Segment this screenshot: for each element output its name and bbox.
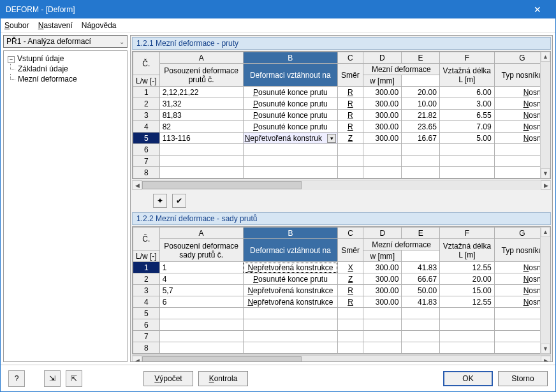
cell-dir[interactable] (338, 308, 363, 319)
cell-f[interactable] (440, 331, 495, 342)
vscroll[interactable]: ▲▼ (540, 52, 550, 178)
close-icon[interactable]: ✕ (525, 4, 550, 15)
hdr-D-sub[interactable]: L/w [-] (133, 75, 160, 87)
cell-members[interactable]: 82 (159, 121, 243, 133)
cell-members[interactable]: 5,7 (159, 285, 243, 296)
cell-e[interactable] (402, 331, 440, 342)
cell-d[interactable]: 300.00 (363, 87, 402, 98)
menu-file[interactable]: Soubor (4, 21, 29, 30)
hdr-A[interactable]: A (159, 52, 243, 64)
cell-dir[interactable]: Z (338, 273, 363, 285)
cell-f[interactable]: 6.00 (439, 87, 494, 98)
cell-dir[interactable]: R (338, 98, 363, 110)
help-button[interactable]: ? (8, 370, 25, 387)
row-header[interactable]: 2 (133, 98, 160, 110)
cell-e[interactable] (402, 144, 440, 156)
cell-f[interactable]: 15.00 (440, 285, 495, 296)
row-header[interactable]: 7 (133, 156, 160, 167)
cell-relate[interactable] (243, 156, 337, 167)
pick-button[interactable]: ✦ (153, 194, 167, 208)
dropdown-list[interactable]: Posunuté konce prutuNepřetvořená konstru… (244, 143, 337, 144)
cell-f[interactable] (439, 144, 494, 156)
cell-dir[interactable] (338, 331, 363, 342)
cell-d[interactable] (363, 319, 402, 331)
cell-dir[interactable]: X (338, 262, 363, 273)
validate-button[interactable]: ✔ (172, 194, 186, 208)
menu-help[interactable]: Nápověda (82, 21, 117, 30)
menu-settings[interactable]: Nastavení (38, 21, 73, 30)
cell-dir[interactable]: R (338, 87, 363, 98)
hscroll2[interactable]: ◀▶ (132, 355, 551, 362)
cell-d[interactable]: 300.00 (363, 262, 402, 273)
cell-relate[interactable] (243, 167, 337, 178)
cell-relate[interactable]: Posunuté konce prutu (243, 87, 337, 98)
cell-members[interactable]: 81,83 (159, 110, 243, 121)
cell-e[interactable] (402, 308, 440, 319)
cell-members[interactable]: 113-116 (159, 133, 243, 144)
cell-e[interactable]: 66.67 (402, 273, 440, 285)
cell-members[interactable] (159, 319, 243, 331)
cell-d[interactable]: 300.00 (363, 133, 402, 144)
cell-relate[interactable] (243, 319, 338, 331)
cell-d[interactable] (363, 156, 402, 167)
row-header[interactable]: 2 (133, 273, 160, 285)
row-header[interactable]: 3 (133, 110, 160, 121)
cell-relate[interactable]: Nepřetvořená konstrukce (243, 296, 338, 308)
cell-f[interactable]: 5.00 (439, 133, 494, 144)
cell-members[interactable] (159, 331, 243, 342)
cell-f[interactable]: 12.55 (440, 296, 495, 308)
cell-relate[interactable] (243, 308, 338, 319)
cell-e[interactable] (402, 319, 440, 331)
cell-e[interactable]: 41.83 (402, 296, 440, 308)
cell-e[interactable]: 20.00 (402, 87, 440, 98)
cell-d[interactable]: 300.00 (363, 98, 402, 110)
cell-d[interactable]: 300.00 (363, 285, 402, 296)
row-header[interactable]: 4 (133, 296, 160, 308)
collapse-icon[interactable]: − (8, 56, 15, 63)
cell-f[interactable] (440, 319, 495, 331)
cell-relate[interactable]: Posunuté konce prutu (243, 98, 337, 110)
row-header[interactable]: 1 (133, 87, 160, 98)
hdr-B[interactable]: B (243, 52, 337, 64)
cell-relate[interactable]: Posunuté konce prutu (243, 121, 337, 133)
ok-button[interactable]: OK (443, 371, 493, 386)
cell-dir[interactable] (338, 167, 363, 178)
cell-f[interactable] (439, 156, 494, 167)
hdr-num[interactable]: Č. (133, 52, 160, 75)
cell-d[interactable]: 300.00 (363, 121, 402, 133)
cell-e[interactable] (402, 342, 440, 354)
cell-dir[interactable]: R (338, 110, 363, 121)
row-header[interactable]: 4 (133, 121, 160, 133)
cancel-button[interactable]: Storno (498, 371, 548, 386)
cell-f[interactable] (440, 342, 495, 354)
row-header[interactable]: 1 (133, 262, 160, 273)
cell-relate[interactable] (243, 342, 338, 354)
cell-d[interactable] (363, 144, 402, 156)
row-header[interactable]: 6 (133, 144, 160, 156)
hdr-dir[interactable]: Směr (338, 64, 363, 87)
cell-dir[interactable] (338, 156, 363, 167)
hdr-D[interactable]: D (363, 52, 402, 64)
tree-item-basic[interactable]: Základní údaje (4, 64, 127, 74)
cell-relate[interactable]: Nepřetvořená konstrukce (243, 262, 338, 273)
cell-dir[interactable]: Z (338, 133, 363, 144)
cell-e[interactable] (402, 156, 440, 167)
cell-f[interactable]: 3.00 (439, 98, 494, 110)
cell-relate[interactable]: Posunuté konce prutu (243, 110, 337, 121)
cell-f[interactable]: 7.09 (439, 121, 494, 133)
cell-d[interactable]: 300.00 (363, 296, 402, 308)
cell-d[interactable] (363, 308, 402, 319)
cell-f[interactable] (439, 167, 494, 178)
export-button[interactable]: ⇲ (44, 370, 61, 387)
cell-e[interactable]: 21.82 (402, 110, 440, 121)
cell-d[interactable] (363, 331, 402, 342)
row-header[interactable]: 6 (133, 319, 160, 331)
row-header[interactable]: 8 (133, 342, 160, 354)
hdr-E[interactable]: E (402, 52, 440, 64)
cell-dir[interactable] (338, 144, 363, 156)
check-button[interactable]: Kontrola (198, 371, 248, 386)
cell-dir[interactable]: R (338, 296, 363, 308)
cell-f[interactable]: 6.55 (439, 110, 494, 121)
cell-d[interactable] (363, 342, 402, 354)
cell-members[interactable] (159, 167, 243, 178)
